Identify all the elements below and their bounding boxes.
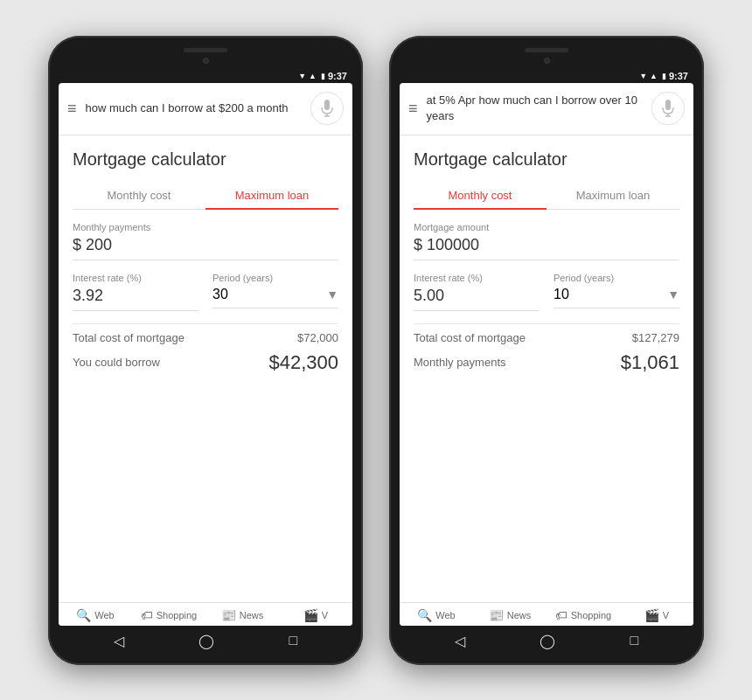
interest-value-1[interactable]: 3.92 — [73, 287, 198, 311]
result-row-1b: You could borrow $42,300 — [73, 351, 338, 374]
tab-monthly-cost-1[interactable]: Monthly cost — [73, 182, 205, 209]
shopping-nav-icon-1: 🏷 — [141, 608, 153, 622]
status-time-2: 9:37 — [669, 71, 688, 81]
nav-shopping-label-1: Shopping — [157, 610, 198, 620]
mortgage-amount-field-2: Mortgage amount $ 100000 — [414, 222, 679, 260]
nav-video-1[interactable]: 🎬 V — [279, 608, 352, 622]
nav-video-label-2: V — [663, 610, 669, 620]
period-label-2: Period (years) — [554, 273, 679, 283]
hamburger-icon-1[interactable]: ≡ — [67, 100, 77, 116]
battery-icon-2: ▮ — [662, 72, 666, 80]
back-btn-1[interactable]: ◁ — [114, 633, 124, 649]
phone-notch-1 — [59, 48, 352, 71]
period-field-1: Period (years) 30 ▼ — [212, 273, 338, 311]
result-value-2a: $127,279 — [632, 331, 679, 344]
interest-field-1: Interest rate (%) 3.92 — [73, 273, 198, 311]
calc-title-1: Mortgage calculator — [73, 149, 338, 170]
status-bar-1: ▼ ▲ ▮ 9:37 — [59, 71, 352, 83]
field-value-monthly-1[interactable]: $ 200 — [73, 236, 338, 260]
nav-shopping-2[interactable]: 🏷 Shopping — [547, 608, 620, 622]
tab-maximum-loan-2[interactable]: Maximum loan — [547, 182, 679, 209]
news-nav-icon-2: 📰 — [489, 608, 504, 622]
search-bar-2[interactable]: ≡ at 5% Apr how much can I borrow over 1… — [400, 83, 693, 135]
dropdown-arrow-1: ▼ — [326, 288, 338, 301]
search-text-1: how much can I borrow at $200 a month — [86, 100, 302, 116]
top-dots-2 — [400, 58, 693, 64]
result-label-1b: You could borrow — [73, 356, 160, 369]
svg-rect-3 — [665, 100, 671, 110]
dropdown-arrow-2: ▼ — [667, 288, 679, 301]
mic-svg-1 — [321, 100, 333, 117]
interest-field-2: Interest rate (%) 5.00 — [414, 273, 540, 311]
search-nav-icon-1: 🔍 — [76, 608, 91, 622]
field-row-2: Interest rate (%) 5.00 Period (years) 10… — [414, 273, 679, 311]
field-label-mortgage-2: Mortgage amount — [414, 222, 679, 232]
video-nav-icon-2: 🎬 — [644, 608, 659, 622]
home-btn-2[interactable]: ◯ — [540, 633, 555, 649]
hamburger-icon-2[interactable]: ≡ — [408, 100, 418, 116]
mic-svg-2 — [662, 100, 674, 117]
interest-label-1: Interest rate (%) — [73, 273, 198, 283]
calc-tabs-1: Monthly cost Maximum loan — [73, 182, 338, 210]
period-label-1: Period (years) — [212, 273, 338, 283]
back-btn-2[interactable]: ◁ — [455, 633, 465, 649]
nav-web-1[interactable]: 🔍 Web — [59, 608, 132, 622]
camera-dot-2 — [544, 58, 550, 64]
nav-shopping-1[interactable]: 🏷 Shopping — [132, 608, 205, 622]
search-text-2: at 5% Apr how much can I borrow over 10 … — [427, 93, 643, 124]
result-row-2b: Monthly payments $1,061 — [414, 351, 679, 374]
nav-news-label-2: News — [507, 610, 532, 620]
bottom-nav-2: 🔍 Web 📰 News 🏷 Shopping 🎬 V — [400, 602, 693, 626]
tab-monthly-cost-2[interactable]: Monthly cost — [414, 182, 547, 209]
signal-icon-1: ▲ — [309, 72, 317, 80]
phone-2: ▼ ▲ ▮ 9:37 ≡ at 5% Apr how much can I bo… — [389, 36, 704, 665]
nav-web-2[interactable]: 🔍 Web — [400, 608, 473, 622]
search-nav-icon-2: 🔍 — [417, 608, 432, 622]
tab-maximum-loan-1[interactable]: Maximum loan — [205, 182, 338, 209]
nav-news-1[interactable]: 📰 News — [205, 608, 279, 622]
shopping-nav-icon-2: 🏷 — [555, 608, 567, 622]
home-btn-1[interactable]: ◯ — [198, 633, 214, 649]
field-value-mortgage-2[interactable]: $ 100000 — [414, 236, 679, 260]
status-time-1: 9:37 — [328, 71, 347, 81]
calc-card-1: Mortgage calculator Monthly cost Maximum… — [59, 135, 352, 602]
signal-icon-2: ▲ — [650, 72, 658, 80]
result-value-2b: $1,061 — [621, 351, 679, 374]
results-1: Total cost of mortgage $72,000 You could… — [73, 323, 338, 374]
result-row-1a: Total cost of mortgage $72,000 — [73, 331, 338, 344]
results-2: Total cost of mortgage $127,279 Monthly … — [414, 323, 679, 374]
phone-bottom-nav-2: ◁ ◯ □ — [400, 626, 693, 653]
nav-news-2[interactable]: 📰 News — [473, 608, 547, 622]
monthly-payments-field-1: Monthly payments $ 200 — [73, 222, 338, 260]
screen-2: ≡ at 5% Apr how much can I borrow over 1… — [400, 83, 693, 626]
period-select-1[interactable]: 30 ▼ — [212, 287, 338, 308]
field-row-1: Interest rate (%) 3.92 Period (years) 30… — [73, 273, 338, 311]
mic-button-2[interactable] — [651, 92, 685, 125]
status-icons-1: ▼ ▲ ▮ 9:37 — [298, 71, 347, 81]
period-select-2[interactable]: 10 ▼ — [554, 287, 679, 308]
phone-1: ▼ ▲ ▮ 9:37 ≡ how much can I borrow at $2… — [48, 36, 363, 665]
recent-btn-1[interactable]: □ — [289, 633, 298, 648]
calc-tabs-2: Monthly cost Maximum loan — [414, 182, 679, 210]
news-nav-icon-1: 📰 — [221, 608, 236, 622]
nav-video-2[interactable]: 🎬 V — [620, 608, 693, 622]
top-dots-1 — [59, 58, 352, 64]
svg-rect-0 — [324, 100, 330, 110]
field-label-monthly-1: Monthly payments — [73, 222, 338, 232]
calc-card-2: Mortgage calculator Monthly cost Maximum… — [400, 135, 693, 602]
screen-1: ≡ how much can I borrow at $200 a month … — [59, 83, 352, 626]
battery-icon-1: ▮ — [321, 72, 325, 80]
mic-button-1[interactable] — [310, 92, 344, 125]
bottom-nav-1: 🔍 Web 🏷 Shopping 📰 News 🎬 V — [59, 602, 352, 626]
interest-label-2: Interest rate (%) — [414, 273, 540, 283]
period-value-2: 10 — [554, 287, 569, 302]
nav-video-label-1: V — [322, 610, 328, 620]
nav-web-label-1: Web — [94, 610, 114, 620]
recent-btn-2[interactable]: □ — [630, 633, 639, 648]
phone-notch-2 — [400, 48, 693, 71]
interest-value-2[interactable]: 5.00 — [414, 287, 540, 311]
search-bar-1[interactable]: ≡ how much can I borrow at $200 a month — [59, 83, 352, 135]
period-field-2: Period (years) 10 ▼ — [554, 273, 679, 311]
nav-shopping-label-2: Shopping — [571, 610, 612, 620]
result-label-2b: Monthly payments — [414, 356, 506, 369]
